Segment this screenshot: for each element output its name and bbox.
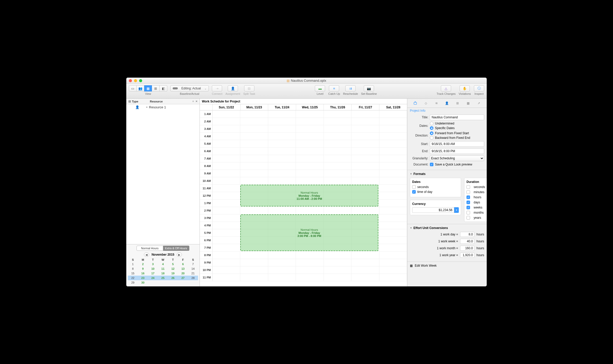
disclosure-icon[interactable]: ▼ [410, 173, 412, 175]
calendar-day[interactable]: 13 [178, 266, 188, 271]
calendar-day[interactable]: 22 [128, 276, 138, 280]
calendar-day[interactable]: 17 [148, 271, 158, 276]
granularity-select[interactable]: Exact Scheduling [430, 155, 484, 161]
duration-seconds-checkbox[interactable] [466, 185, 470, 189]
milestones-tab[interactable]: ◇ [422, 100, 429, 106]
calendar-day[interactable]: 3 [148, 262, 158, 266]
schedule-block[interactable]: Normal HoursMonday - Friday11:00 AM - 2:… [240, 185, 378, 206]
currency-field[interactable] [412, 207, 454, 213]
calendar-day[interactable] [168, 280, 178, 285]
calendar-day[interactable]: 18 [158, 271, 168, 276]
calendar-day[interactable]: 23 [138, 276, 148, 280]
track-changes-button[interactable]: △ [441, 85, 451, 91]
duration-years-checkbox[interactable] [466, 216, 470, 220]
calendar-day[interactable]: 8 [128, 266, 138, 271]
split-button[interactable]: ⊟ [244, 85, 254, 91]
calendar-day[interactable]: 15 [128, 271, 138, 276]
hour-label: 2 AM [200, 118, 213, 125]
calendar-day[interactable]: 6 [178, 262, 188, 266]
calendar-day[interactable]: 19 [168, 271, 178, 276]
edit-work-week[interactable]: ▦ Edit Work Week [407, 262, 487, 269]
calendar-day[interactable]: 16 [138, 271, 148, 276]
calendar-day[interactable]: 30 [138, 280, 148, 285]
styles-tab[interactable]: ⊞ [454, 100, 461, 106]
violations-button[interactable]: ✋ [460, 85, 470, 91]
conv-input[interactable] [460, 253, 474, 258]
calendar-day[interactable]: 10 [148, 266, 158, 271]
radio-forward[interactable]: Forward from Fixed Start [430, 131, 470, 135]
outline-icon[interactable]: ▤ [128, 100, 132, 103]
start-field[interactable] [430, 141, 484, 147]
schedule-block[interactable]: Normal HoursMonday - Friday3:00 PM - 8:0… [240, 214, 378, 251]
view-gantt-button[interactable]: ▭ [129, 85, 137, 91]
duration-days-checkbox[interactable] [466, 201, 470, 204]
collapse-icon[interactable]: ≡ [192, 100, 194, 103]
view-styles-button[interactable]: ◧ [160, 85, 167, 91]
baseline-selector[interactable]: Editing: Actual ⌄ [170, 85, 209, 91]
duration-months-checkbox[interactable] [466, 211, 470, 214]
task-tab[interactable]: ≋ [433, 100, 440, 106]
disclosure-icon[interactable]: ▼ [410, 227, 412, 229]
level-button[interactable]: ▬ [315, 85, 325, 91]
conv-input[interactable] [460, 246, 474, 251]
calendar-day[interactable]: 20 [178, 271, 188, 276]
view-calendar-button[interactable]: ▦ [144, 85, 152, 91]
inspect-button[interactable]: ⓘ [474, 85, 484, 91]
view-network-button[interactable]: ⊞ [152, 85, 160, 91]
assignment-button[interactable]: 👤 [228, 85, 238, 91]
calendar-day[interactable]: 5 [168, 262, 178, 266]
set-baseline-button[interactable]: 📷 [364, 85, 374, 91]
currency-dropdown[interactable]: ▾ [454, 207, 459, 213]
view-resources-button[interactable]: 👥 [137, 85, 144, 91]
calendar-day[interactable] [178, 280, 188, 285]
catchup-button[interactable]: ≡ [329, 85, 339, 91]
calendar-day[interactable]: 2 [138, 262, 148, 266]
calendar-day[interactable]: 24 [148, 276, 158, 280]
mini-calendar[interactable]: SMTWTFS123456789101112131415161718192021… [126, 257, 200, 286]
calendar-day[interactable]: 11 [158, 266, 168, 271]
resource-header: ▤ Type Resource ≡ ✕ [126, 99, 200, 104]
duration-hours-checkbox[interactable] [466, 195, 470, 199]
calendar-day[interactable]: 12 [168, 266, 178, 271]
conv-input[interactable] [460, 232, 474, 237]
calendar-day[interactable] [148, 280, 158, 285]
duration-minutes-checkbox[interactable] [466, 190, 470, 194]
project-info-tab[interactable] [412, 100, 419, 106]
calendar-day[interactable]: 27 [178, 276, 188, 280]
tab-normal-hours[interactable]: Normal Hours [137, 246, 163, 251]
columns-tab[interactable]: ▦ [465, 100, 472, 106]
reschedule-button[interactable]: ⇉ [345, 85, 356, 91]
calendar-day[interactable]: 28 [188, 276, 198, 280]
timeofday-checkbox[interactable] [412, 190, 416, 194]
calendar-day[interactable]: 9 [138, 266, 148, 271]
calendar-day[interactable]: 1 [128, 262, 138, 266]
end-field[interactable] [430, 148, 484, 154]
tab-extra-hours[interactable]: Extra & Off Hours [163, 246, 190, 251]
calendar-day[interactable]: 7 [188, 262, 198, 266]
calendar-day[interactable] [158, 280, 168, 285]
resource-row[interactable]: 👤 • Resource 1 [126, 104, 200, 110]
filter-icon[interactable]: ✕ [195, 100, 198, 103]
calendar-day[interactable] [188, 280, 198, 285]
granularity-label: Granularity: [410, 157, 428, 160]
next-month-button[interactable]: ▶ [177, 253, 182, 257]
calendar-day[interactable]: 29 [128, 280, 138, 285]
duration-weeks-checkbox[interactable] [466, 206, 470, 209]
export-tab[interactable]: ↗ [475, 100, 482, 106]
radio-backward[interactable]: Backward from Fixed End [430, 136, 470, 140]
calendar-day[interactable]: 26 [168, 276, 178, 280]
hour-grid[interactable]: 1 AM2 AM3 AM4 AM5 AM6 AM7 AM8 AM9 AM10 A… [200, 110, 407, 286]
seconds-checkbox[interactable] [412, 185, 416, 189]
radio-undetermined[interactable]: Undetermined [430, 122, 455, 125]
calendar-day[interactable]: 4 [158, 262, 168, 266]
quicklook-checkbox[interactable] [430, 163, 433, 166]
prev-month-button[interactable]: ◀ [144, 253, 149, 257]
radio-specific[interactable]: Specific Dates [430, 126, 455, 130]
title-field[interactable] [430, 115, 484, 120]
connect-button[interactable]: ⇢ [212, 85, 222, 91]
calendar-day[interactable]: 25 [158, 276, 168, 280]
resource-tab[interactable]: 👤 [443, 100, 451, 106]
calendar-day[interactable]: 21 [188, 271, 198, 276]
conv-input[interactable] [460, 239, 474, 244]
calendar-day[interactable]: 14 [188, 266, 198, 271]
